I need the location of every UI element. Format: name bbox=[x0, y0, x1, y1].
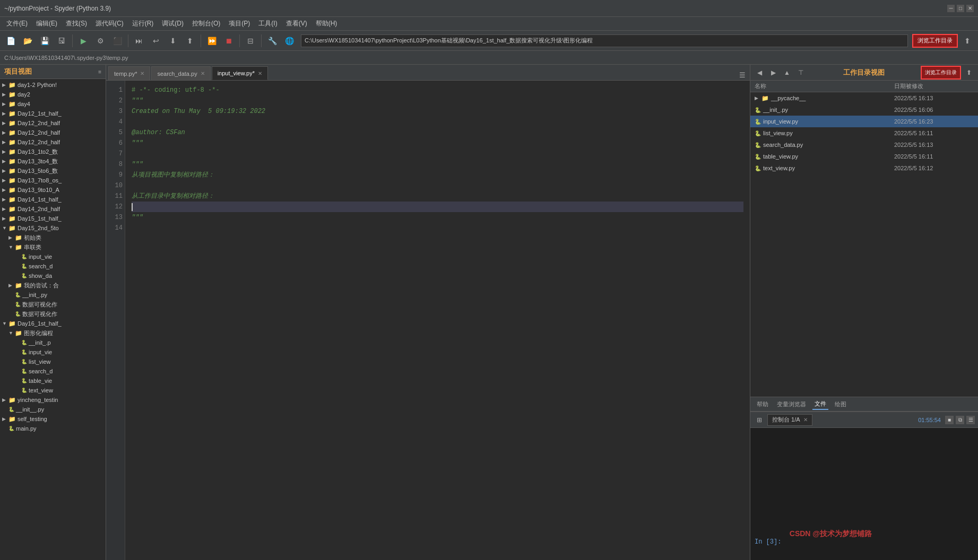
tree-item[interactable]: 🐍main.py bbox=[0, 424, 106, 433]
tree-item[interactable]: ▶📁self_testing bbox=[0, 414, 106, 424]
tree-item[interactable]: 🐍__init_.py bbox=[0, 290, 106, 300]
tree-item[interactable]: ▶📁Day12_2nd_half bbox=[0, 128, 106, 137]
stop2-button[interactable]: ⏹ bbox=[221, 33, 236, 48]
code-area[interactable]: # -*- coding: utf-8 -*-"""Created on Thu… bbox=[125, 81, 750, 560]
menu-item-帮助h[interactable]: 帮助(H) bbox=[311, 18, 342, 29]
code-line[interactable]: """ bbox=[132, 159, 743, 170]
code-line[interactable]: 从工作目录中复制相对路径： bbox=[132, 191, 743, 202]
tree-item[interactable]: ▶📁Day12_2nd_half bbox=[0, 137, 106, 147]
code-line[interactable]: """ bbox=[132, 138, 743, 148]
env-button[interactable]: 🌐 bbox=[282, 33, 297, 48]
tree-item[interactable]: 🐍__init_.p bbox=[0, 338, 106, 347]
right-bottom-tab[interactable]: 帮助 bbox=[755, 399, 771, 409]
menu-item-源代码c[interactable]: 源代码(C) bbox=[91, 18, 128, 29]
menu-item-项目p[interactable]: 项目(P) bbox=[224, 18, 254, 29]
console-tab[interactable]: 控制台 1/A ✕ bbox=[767, 414, 812, 426]
code-line[interactable]: """ bbox=[132, 212, 743, 223]
tree-item[interactable]: 🐍table_vie bbox=[0, 376, 106, 386]
tree-item[interactable]: ▶📁Day12_2nd_half bbox=[0, 118, 106, 128]
up-button[interactable]: ⬆ bbox=[183, 33, 197, 48]
tree-item[interactable]: 🐍__init__.py bbox=[0, 405, 106, 414]
code-line[interactable] bbox=[132, 180, 743, 191]
tree-item[interactable]: ▶📁Day13_7to8_os_ bbox=[0, 176, 106, 185]
right-bottom-tab[interactable]: 变量浏览器 bbox=[775, 399, 808, 409]
tab-close-icon[interactable]: ✕ bbox=[140, 71, 144, 76]
file-list-item[interactable]: 🐍__init_.py2022/5/5 16:06 bbox=[750, 104, 978, 116]
console-close-icon[interactable]: ✕ bbox=[803, 417, 808, 423]
file-list-item[interactable]: 🐍text_view.py2022/5/5 16:12 bbox=[750, 162, 978, 174]
tree-item[interactable]: ▼📁图形化编程 bbox=[0, 328, 106, 338]
wrench-button[interactable]: 🔧 bbox=[265, 33, 280, 48]
step-button[interactable]: ⬛ bbox=[110, 33, 125, 48]
code-editor[interactable]: 1234567891011121314 # -*- coding: utf-8 … bbox=[106, 81, 750, 560]
tree-item[interactable]: ▶📁day2 bbox=[0, 90, 106, 99]
tree-item[interactable]: ▶📁我的尝试：合 bbox=[0, 281, 106, 290]
path-input[interactable] bbox=[301, 34, 908, 47]
tree-item[interactable]: 🐍数据可视化作 bbox=[0, 300, 106, 309]
tree-item[interactable]: ▶📁Day14_1st_half_ bbox=[0, 195, 106, 204]
tree-item[interactable]: ▶📁Day14_2nd_half bbox=[0, 204, 106, 214]
browse-button[interactable]: 浏览工作目录 bbox=[912, 34, 958, 48]
tree-item[interactable]: ▶📁Day12_1st_half_ bbox=[0, 109, 106, 118]
right-browse-button[interactable]: 浏览工作目录 bbox=[921, 66, 961, 80]
filter-button[interactable]: ⊤ bbox=[795, 67, 807, 78]
tree-item[interactable]: 🐍input_vie bbox=[0, 252, 106, 261]
tree-item[interactable]: ▶📁day1-2 Python! bbox=[0, 80, 106, 90]
code-line[interactable] bbox=[132, 202, 743, 212]
code-line[interactable] bbox=[132, 117, 743, 127]
minimize-button[interactable]: ─ bbox=[947, 5, 955, 12]
save-all-button[interactable]: 🖫 bbox=[54, 33, 69, 48]
file-list-item[interactable]: ▶📁__pycache__2022/5/5 16:13 bbox=[750, 92, 978, 104]
upload-dir-button[interactable]: ⬆ bbox=[963, 67, 975, 78]
code-line[interactable] bbox=[132, 148, 743, 159]
tree-item[interactable]: 🐍show_da bbox=[0, 271, 106, 281]
tab-menu-button[interactable]: ☰ bbox=[737, 69, 748, 80]
menu-item-运行r[interactable]: 运行(R) bbox=[128, 18, 158, 29]
up-dir-button[interactable]: ▲ bbox=[781, 67, 793, 78]
console-area[interactable]: In [3]: bbox=[750, 428, 978, 560]
tree-item[interactable]: 🐍数据可视化作 bbox=[0, 309, 106, 319]
file-list-item[interactable]: 🐍search_data.py2022/5/5 16:13 bbox=[750, 139, 978, 151]
tree-item[interactable]: 🐍search_d bbox=[0, 366, 106, 376]
tree-item[interactable]: 🐍text_view bbox=[0, 386, 106, 395]
code-line[interactable]: Created on Thu May 5 09:19:32 2022 bbox=[132, 106, 743, 117]
tree-item[interactable]: 🐍search_d bbox=[0, 261, 106, 271]
new-file-button[interactable]: 📄 bbox=[3, 33, 18, 48]
tree-item[interactable]: ▼📁串联类 bbox=[0, 242, 106, 252]
right-bottom-tab[interactable]: 绘图 bbox=[833, 399, 849, 409]
editor-tab[interactable]: input_view.py*✕ bbox=[212, 66, 268, 80]
forward-button[interactable]: ⏩ bbox=[204, 33, 219, 48]
run-button[interactable]: ▶ bbox=[76, 33, 91, 48]
file-list-item[interactable]: 🐍input_view.py2022/5/5 16:23 bbox=[750, 116, 978, 127]
menu-item-文件e[interactable]: 文件(E) bbox=[2, 18, 32, 29]
console-menu-btn[interactable]: ☰ bbox=[966, 416, 975, 424]
menu-item-调试d[interactable]: 调试(D) bbox=[158, 18, 188, 29]
save-button[interactable]: 💾 bbox=[37, 33, 52, 48]
close-button[interactable]: ✕ bbox=[966, 5, 974, 12]
tree-item[interactable]: ▶📁Day15_1st_half_ bbox=[0, 214, 106, 223]
stop-button[interactable]: ⬇ bbox=[166, 33, 180, 48]
tree-item[interactable]: 🐍input_vie bbox=[0, 347, 106, 357]
code-line[interactable]: 从项目视图中复制相对路径： bbox=[132, 170, 743, 180]
editor-tab[interactable]: temp.py*✕ bbox=[108, 66, 150, 80]
menu-item-查看v[interactable]: 查看(V) bbox=[282, 18, 311, 29]
tree-item[interactable]: ▼📁Day15_2nd_5to bbox=[0, 223, 106, 233]
tab-close-icon[interactable]: ✕ bbox=[258, 71, 262, 76]
right-arrow-button[interactable]: ▶ bbox=[767, 67, 779, 78]
menu-item-控制台o[interactable]: 控制台(O) bbox=[188, 18, 224, 29]
tree-item[interactable]: ▶📁Day13_3to4_数 bbox=[0, 156, 106, 166]
tree-item[interactable]: ▶📁Day13_9to10_A bbox=[0, 185, 106, 195]
tree-item[interactable]: ▶📁yincheng_testin bbox=[0, 395, 106, 405]
tree-item[interactable]: ▶📁Day13_5to6_数 bbox=[0, 166, 106, 176]
split-button[interactable]: ⊟ bbox=[243, 33, 258, 48]
panel-collapse-icon[interactable]: ≡ bbox=[98, 69, 101, 75]
menu-item-编辑e[interactable]: 编辑(E) bbox=[32, 18, 62, 29]
editor-tab[interactable]: search_data.py✕ bbox=[151, 66, 210, 80]
debug-button[interactable]: ⏭ bbox=[132, 33, 146, 48]
right-bottom-tab[interactable]: 文件 bbox=[812, 399, 828, 410]
upload-button[interactable]: ⬆ bbox=[960, 33, 975, 48]
menu-item-工具i[interactable]: 工具(I) bbox=[254, 18, 281, 29]
code-line[interactable]: """ bbox=[132, 95, 743, 106]
console-stop-btn[interactable]: ■ bbox=[945, 416, 954, 424]
tree-item[interactable]: ▶📁day4 bbox=[0, 99, 106, 109]
